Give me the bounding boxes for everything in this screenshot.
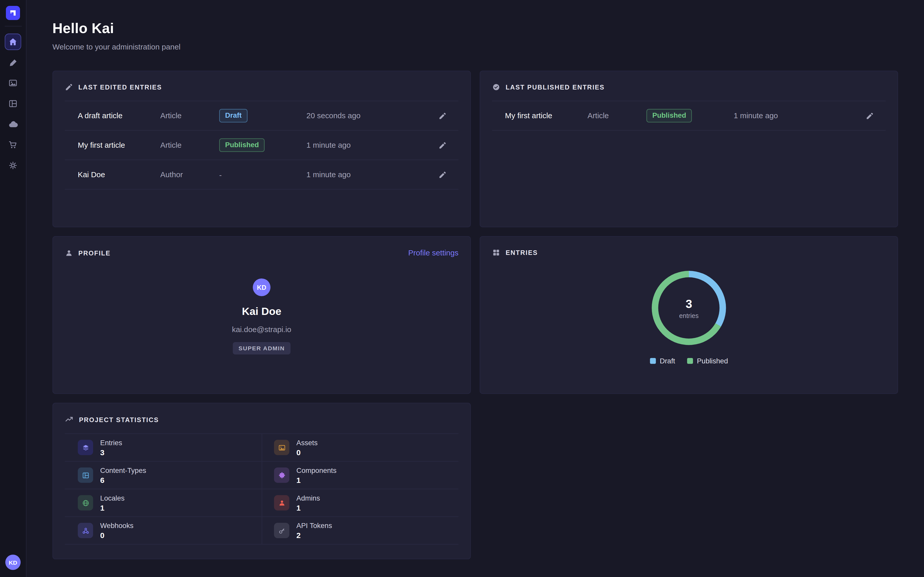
legend-item-draft: Draft bbox=[650, 357, 675, 365]
card-title: LAST PUBLISHED ENTRIES bbox=[506, 84, 605, 91]
sidebar-item-content-type-builder[interactable] bbox=[5, 95, 21, 112]
legend-label: Draft bbox=[660, 357, 675, 365]
pencil-icon bbox=[866, 111, 874, 120]
strapi-admin-dashboard: KD Hello Kai Welcome to your administrat… bbox=[0, 0, 924, 577]
stat-api-tokens: API Tokens2 bbox=[262, 517, 459, 545]
entry-row[interactable]: My first article Article Published 1 min… bbox=[492, 101, 886, 131]
card-header: LAST PUBLISHED ENTRIES bbox=[492, 83, 886, 91]
stat-value: 3 bbox=[100, 448, 122, 456]
page-header: Hello Kai Welcome to your administration… bbox=[52, 20, 898, 51]
stat-label: Admins bbox=[296, 494, 320, 502]
assets-icon bbox=[274, 440, 289, 455]
stat-value: 1 bbox=[296, 503, 320, 512]
sidebar-nav bbox=[5, 34, 21, 174]
stat-label: Assets bbox=[296, 438, 318, 446]
stat-label: Content-Types bbox=[100, 466, 146, 474]
content-manager-pen-icon bbox=[8, 58, 17, 67]
webhooks-icon bbox=[78, 523, 93, 538]
profile-settings-link[interactable]: Profile settings bbox=[408, 248, 459, 257]
entry-time: 20 seconds ago bbox=[307, 111, 435, 120]
card-header: LAST EDITED ENTRIES bbox=[65, 83, 459, 91]
stat-locales: Locales1 bbox=[65, 489, 262, 517]
role-badge: SUPER ADMIN bbox=[233, 342, 291, 355]
card-title: PROJECT STATISTICS bbox=[79, 416, 159, 423]
home-icon bbox=[8, 37, 18, 47]
status-empty: - bbox=[219, 171, 222, 179]
marketplace-cart-icon bbox=[8, 140, 18, 150]
pencil-icon bbox=[438, 111, 447, 120]
entries-count-label: entries bbox=[679, 312, 699, 319]
status-badge: Draft bbox=[219, 109, 247, 122]
stat-webhooks: Webhooks0 bbox=[65, 517, 262, 545]
entries-body: 3 entries Draft Published bbox=[492, 271, 886, 365]
entry-type: Article bbox=[160, 141, 219, 150]
legend-item-published: Published bbox=[687, 357, 728, 365]
donut-center: 3 entries bbox=[652, 271, 726, 345]
locales-icon bbox=[78, 495, 93, 511]
entry-name: My first article bbox=[505, 111, 588, 120]
card-title: PROFILE bbox=[78, 249, 111, 256]
stat-value: 0 bbox=[100, 531, 134, 540]
donut-legend: Draft Published bbox=[650, 357, 728, 365]
cloud-icon bbox=[8, 119, 18, 129]
sidebar: KD bbox=[0, 0, 26, 577]
published-swatch bbox=[687, 358, 693, 364]
project-statistics-card: PROJECT STATISTICS Entries3 Assets0 Cont… bbox=[52, 403, 471, 559]
draft-swatch bbox=[650, 358, 656, 364]
edit-entry-button[interactable] bbox=[435, 108, 450, 123]
sidebar-item-media-library[interactable] bbox=[5, 75, 21, 91]
stat-assets: Assets0 bbox=[262, 434, 459, 462]
entry-row[interactable]: A draft article Article Draft 20 seconds… bbox=[65, 101, 459, 131]
media-library-icon bbox=[8, 78, 18, 88]
page-subtitle: Welcome to your administration panel bbox=[52, 42, 898, 51]
entry-name: A draft article bbox=[78, 111, 160, 120]
stat-label: Locales bbox=[100, 494, 124, 502]
stat-admins: Admins1 bbox=[262, 489, 459, 517]
sidebar-item-home[interactable] bbox=[5, 34, 21, 50]
entry-time: 1 minute ago bbox=[307, 170, 435, 179]
user-avatar[interactable]: KD bbox=[5, 555, 21, 570]
strapi-logo-icon bbox=[6, 6, 20, 20]
entry-row[interactable]: My first article Article Published 1 min… bbox=[65, 131, 459, 160]
entry-type: Article bbox=[160, 111, 219, 120]
pencil-icon bbox=[438, 141, 447, 149]
sidebar-item-marketplace[interactable] bbox=[5, 137, 21, 153]
profile-body: KD Kai Doe kai.doe@strapi.io SUPER ADMIN bbox=[65, 279, 459, 355]
status-badge: Published bbox=[219, 138, 265, 152]
strapi-logo[interactable] bbox=[6, 6, 20, 20]
profile-avatar: KD bbox=[253, 279, 271, 296]
trending-up-icon bbox=[65, 415, 74, 424]
last-published-table: My first article Article Published 1 min… bbox=[492, 101, 886, 131]
stats-grid: Entries3 Assets0 Content-Types6 Componen… bbox=[65, 434, 459, 545]
stat-value: 1 bbox=[296, 475, 336, 484]
entries-count: 3 bbox=[686, 297, 692, 311]
sidebar-item-deploy[interactable] bbox=[5, 116, 21, 132]
stat-value: 0 bbox=[296, 448, 318, 456]
pencil-icon bbox=[438, 171, 447, 179]
check-circle-icon bbox=[492, 83, 500, 91]
stat-label: Components bbox=[296, 466, 336, 474]
stat-entries: Entries3 bbox=[65, 434, 262, 462]
entry-row[interactable]: Kai Doe Author - 1 minute ago bbox=[65, 160, 459, 190]
stat-value: 2 bbox=[296, 531, 332, 540]
stat-label: Webhooks bbox=[100, 521, 134, 530]
card-header: PROFILE Profile settings bbox=[65, 248, 459, 257]
edit-entry-button[interactable] bbox=[862, 108, 877, 123]
widget-grid: LAST EDITED ENTRIES A draft article Arti… bbox=[52, 71, 898, 559]
last-edited-entries-card: LAST EDITED ENTRIES A draft article Arti… bbox=[52, 71, 471, 227]
entries-icon bbox=[78, 440, 93, 455]
profile-card: PROFILE Profile settings KD Kai Doe kai.… bbox=[52, 236, 471, 394]
entry-type: Article bbox=[588, 111, 646, 120]
edit-entry-button[interactable] bbox=[435, 167, 450, 182]
stat-content-types: Content-Types6 bbox=[65, 462, 262, 489]
page-title: Hello Kai bbox=[52, 20, 898, 36]
edit-entry-button[interactable] bbox=[435, 137, 450, 153]
entry-name: My first article bbox=[78, 141, 160, 150]
entry-type: Author bbox=[160, 170, 219, 179]
content-types-icon bbox=[78, 467, 93, 483]
card-header: PROJECT STATISTICS bbox=[65, 415, 459, 424]
sidebar-item-content-manager[interactable] bbox=[5, 54, 21, 71]
sidebar-item-settings[interactable] bbox=[5, 157, 21, 174]
sidebar-divider bbox=[4, 26, 21, 26]
entry-time: 1 minute ago bbox=[733, 111, 862, 120]
